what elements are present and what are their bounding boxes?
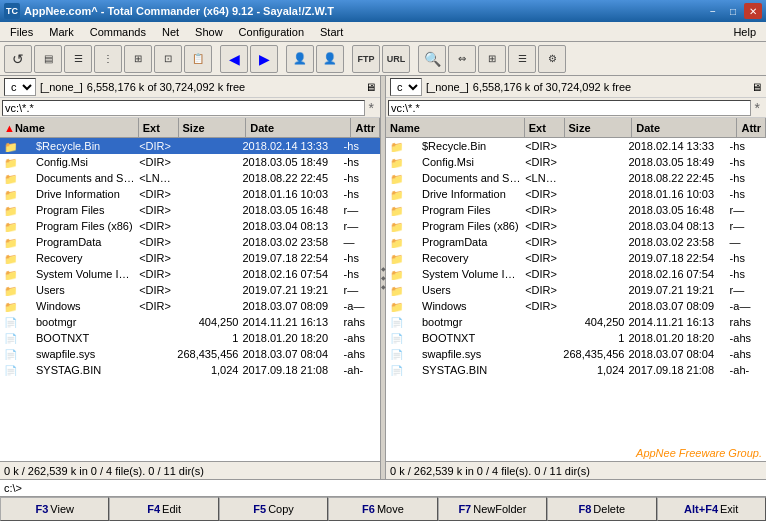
- close-button[interactable]: ✕: [744, 3, 762, 19]
- left-drive-free: 6,558,176 k of 30,724,092 k free: [87, 81, 245, 93]
- toolbar-copy-user[interactable]: 👤: [286, 45, 314, 73]
- table-row[interactable]: 📁Program Files (x86)<DIR>2018.03.04 08:1…: [386, 218, 766, 234]
- toolbar-sync[interactable]: ⇔: [448, 45, 476, 73]
- table-row[interactable]: 📁$Recycle.Bin<DIR>2018.02.14 13:33-hs: [0, 138, 380, 154]
- fkey-delete[interactable]: F8Delete: [547, 497, 656, 521]
- toolbar-paste-user[interactable]: 👤: [316, 45, 344, 73]
- menu-commands[interactable]: Commands: [82, 24, 154, 40]
- toolbar-search[interactable]: 🔍: [418, 45, 446, 73]
- table-row[interactable]: 📁Recovery<DIR>2019.07.18 22:54-hs: [386, 250, 766, 266]
- fkey-view[interactable]: F3View: [0, 497, 109, 521]
- left-file-list[interactable]: 📁$Recycle.Bin<DIR>2018.02.14 13:33-hs📁Co…: [0, 138, 380, 461]
- table-row[interactable]: 📁Drive Information<DIR>2018.01.16 10:03-…: [386, 186, 766, 202]
- table-row[interactable]: 📁Users<DIR>2019.07.21 19:21r—: [386, 282, 766, 298]
- fkey-newfolder[interactable]: F7NewFolder: [438, 497, 547, 521]
- toolbar-multi[interactable]: ☰: [508, 45, 536, 73]
- fkey-label: Exit: [720, 503, 738, 515]
- file-ext: <DIR>: [523, 268, 561, 280]
- left-path-input[interactable]: [2, 100, 365, 116]
- folder-icon: 📁: [390, 253, 404, 264]
- right-col-name[interactable]: Name: [386, 118, 525, 137]
- file-ext: <DIR>: [523, 236, 561, 248]
- table-row[interactable]: 📁Users<DIR>2019.07.21 19:21r—: [0, 282, 380, 298]
- toolbar-quick[interactable]: ⊞: [124, 45, 152, 73]
- left-col-attr[interactable]: Attr: [351, 118, 380, 137]
- right-col-size[interactable]: Size: [565, 118, 633, 137]
- toolbar-brief[interactable]: ▤: [34, 45, 62, 73]
- left-col-size[interactable]: Size: [179, 118, 247, 137]
- toolbar-tree[interactable]: ⋮: [94, 45, 122, 73]
- file-attr: -hs: [342, 172, 378, 184]
- fkey-edit[interactable]: F4Edit: [109, 497, 218, 521]
- toolbar-compare[interactable]: ⊞: [478, 45, 506, 73]
- menu-configuration[interactable]: Configuration: [231, 24, 312, 40]
- right-col-attr[interactable]: Attr: [737, 118, 766, 137]
- right-col-date[interactable]: Date: [632, 118, 737, 137]
- maximize-button[interactable]: □: [724, 3, 742, 19]
- cmdline-input[interactable]: [26, 482, 762, 494]
- table-row[interactable]: 📁Windows<DIR>2018.03.07 08:09-a—: [386, 298, 766, 314]
- table-row[interactable]: 📁$Recycle.Bin<DIR>2018.02.14 13:33-hs: [386, 138, 766, 154]
- menu-show[interactable]: Show: [187, 24, 231, 40]
- toolbar-detail[interactable]: ☰: [64, 45, 92, 73]
- toolbar-next[interactable]: ▶: [250, 45, 278, 73]
- file-date: 2018.03.07 08:09: [240, 300, 341, 312]
- table-row[interactable]: 📄swapfile.sys268,435,4562018.03.07 08:04…: [0, 346, 380, 362]
- right-file-list[interactable]: 📁$Recycle.Bin<DIR>2018.02.14 13:33-hs📁Co…: [386, 138, 766, 445]
- file-ext: <DIR>: [137, 252, 175, 264]
- left-col-ext[interactable]: Ext: [139, 118, 179, 137]
- table-row[interactable]: 📄BOOTNXT12018.01.20 18:20-ahs: [0, 330, 380, 346]
- left-col-date[interactable]: Date: [246, 118, 351, 137]
- toolbar-back[interactable]: ↺: [4, 45, 32, 73]
- table-row[interactable]: 📄swapfile.sys268,435,4562018.03.07 08:04…: [386, 346, 766, 362]
- right-path-input[interactable]: [388, 100, 751, 116]
- file-date: 2019.07.18 22:54: [240, 252, 341, 264]
- menu-help[interactable]: Help: [725, 24, 764, 40]
- toolbar-config[interactable]: ⚙: [538, 45, 566, 73]
- left-panel: c [_none_] 6,558,176 k of 30,724,092 k f…: [0, 76, 380, 479]
- file-name: Recovery: [20, 252, 82, 264]
- table-row[interactable]: 📁Config.Msi<DIR>2018.03.05 18:49-hs: [0, 154, 380, 170]
- table-row[interactable]: 📁Drive Information<DIR>2018.01.16 10:03-…: [0, 186, 380, 202]
- file-ext: <DIR>: [523, 300, 561, 312]
- toolbar-ftp[interactable]: FTP: [352, 45, 380, 73]
- table-row[interactable]: 📁Documents and Setti...<LNK>2018.08.22 2…: [0, 170, 380, 186]
- file-name: Config.Msi: [20, 156, 88, 168]
- file-ext: <DIR>: [137, 140, 175, 152]
- table-row[interactable]: 📁Documents and Setti...<LNK>2018.08.22 2…: [386, 170, 766, 186]
- fkey-move[interactable]: F6Move: [328, 497, 437, 521]
- table-row[interactable]: 📄bootmgr404,2502014.11.21 16:13rahs: [386, 314, 766, 330]
- table-row[interactable]: 📁Program Files<DIR>2018.03.05 16:48r—: [0, 202, 380, 218]
- table-row[interactable]: 📁Windows<DIR>2018.03.07 08:09-a—: [0, 298, 380, 314]
- table-row[interactable]: 📁System Volume Infor...<DIR>2018.02.16 0…: [386, 266, 766, 282]
- menu-net[interactable]: Net: [154, 24, 187, 40]
- table-row[interactable]: 📄BOOTNXT12018.01.20 18:20-ahs: [386, 330, 766, 346]
- menu-start[interactable]: Start: [312, 24, 351, 40]
- table-row[interactable]: 📄SYSTAG.BIN1,0242017.09.18 21:08-ah-: [386, 362, 766, 378]
- table-row[interactable]: 📁System Volume Infor...<DIR>2018.02.16 0…: [0, 266, 380, 282]
- table-row[interactable]: 📄bootmgr404,2502014.11.21 16:13rahs: [0, 314, 380, 330]
- menu-files[interactable]: Files: [2, 24, 41, 40]
- table-row[interactable]: 📁Config.Msi<DIR>2018.03.05 18:49-hs: [386, 154, 766, 170]
- fkey-exit[interactable]: Alt+F4Exit: [657, 497, 766, 521]
- toolbar-url[interactable]: URL: [382, 45, 410, 73]
- toolbar-prev[interactable]: ◀: [220, 45, 248, 73]
- toolbar-sort[interactable]: 📋: [184, 45, 212, 73]
- fkey-copy[interactable]: F5Copy: [219, 497, 328, 521]
- table-row[interactable]: 📁ProgramData<DIR>2018.03.02 23:58—: [386, 234, 766, 250]
- table-row[interactable]: 📄SYSTAG.BIN1,0242017.09.18 21:08-ah-: [0, 362, 380, 378]
- minimize-button[interactable]: −: [704, 3, 722, 19]
- left-drive-select[interactable]: c: [4, 78, 36, 96]
- left-col-name[interactable]: ▲ Name: [0, 118, 139, 137]
- right-drive-select[interactable]: c: [390, 78, 422, 96]
- file-name: Documents and Setti...: [406, 172, 523, 184]
- table-row[interactable]: 📁Program Files (x86)<DIR>2018.03.04 08:1…: [0, 218, 380, 234]
- panels-area: c [_none_] 6,558,176 k of 30,724,092 k f…: [0, 76, 766, 479]
- table-row[interactable]: 📁Program Files<DIR>2018.03.05 16:48r—: [386, 202, 766, 218]
- menu-mark[interactable]: Mark: [41, 24, 81, 40]
- right-col-ext[interactable]: Ext: [525, 118, 565, 137]
- table-row[interactable]: 📁ProgramData<DIR>2018.03.02 23:58—: [0, 234, 380, 250]
- table-row[interactable]: 📁Recovery<DIR>2019.07.18 22:54-hs: [0, 250, 380, 266]
- file-name: $Recycle.Bin: [406, 140, 486, 152]
- toolbar-icon[interactable]: ⊡: [154, 45, 182, 73]
